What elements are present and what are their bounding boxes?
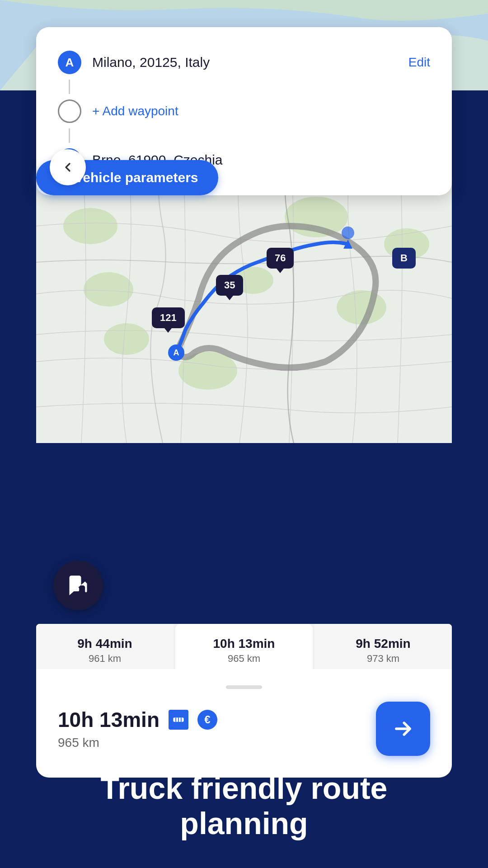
drag-handle bbox=[226, 685, 262, 689]
map-badge-76: 76 bbox=[267, 248, 294, 269]
time-row: 10h 13min € bbox=[58, 708, 217, 732]
route-option-2-dist: 965 km bbox=[184, 653, 304, 665]
svg-text:A: A bbox=[174, 348, 179, 357]
waypoint-icon bbox=[58, 99, 81, 123]
route-option-1-time: 9h 44min bbox=[45, 637, 164, 651]
route-options: 9h 44min 961 km 10h 13min 965 km 9h 52mi… bbox=[36, 624, 452, 674]
point-a-icon: A bbox=[58, 51, 81, 74]
svg-rect-14 bbox=[71, 587, 79, 591]
route-option-3-dist: 973 km bbox=[324, 653, 443, 665]
bottom-card: 10h 13min € 965 km bbox=[36, 669, 452, 778]
go-button[interactable] bbox=[376, 702, 430, 756]
back-button[interactable] bbox=[50, 149, 86, 185]
point-b-badge: B bbox=[392, 248, 416, 269]
route-option-2[interactable]: 10h 13min 965 km bbox=[175, 624, 313, 674]
route-option-1-dist: 961 km bbox=[45, 653, 164, 665]
svg-point-9 bbox=[84, 272, 133, 307]
tagline: Truck friendly route planning bbox=[0, 770, 488, 841]
svg-point-2 bbox=[63, 208, 117, 244]
route-option-3-time: 9h 52min bbox=[324, 637, 443, 651]
bottom-card-main: 10h 13min € 965 km bbox=[58, 702, 430, 756]
svg-point-13 bbox=[342, 226, 354, 239]
map-badge-121: 121 bbox=[152, 307, 185, 328]
edit-button[interactable]: Edit bbox=[408, 55, 430, 70]
tagline-line2: planning bbox=[180, 806, 308, 840]
fuel-station-button[interactable] bbox=[53, 561, 103, 610]
route-option-2-time: 10h 13min bbox=[184, 637, 304, 651]
euro-icon: € bbox=[197, 710, 217, 730]
svg-point-3 bbox=[104, 323, 149, 355]
route-summary: 10h 13min € 965 km bbox=[58, 708, 217, 750]
main-time: 10h 13min bbox=[58, 708, 160, 732]
toll-icon bbox=[169, 710, 188, 730]
map-badge-35: 35 bbox=[216, 275, 243, 296]
route-divider-2 bbox=[69, 128, 70, 143]
route-point-a: A Milano, 20125, Italy Edit bbox=[58, 45, 430, 80]
main-distance: 965 km bbox=[58, 736, 217, 750]
phone-container: A Milano, 20125, Italy Edit + Add waypoi… bbox=[0, 0, 488, 868]
add-waypoint-text: + Add waypoint bbox=[92, 104, 430, 118]
route-option-3[interactable]: 9h 52min 973 km bbox=[314, 624, 452, 674]
vehicle-params-label: Vehicle parameters bbox=[75, 170, 198, 185]
add-waypoint-row[interactable]: + Add waypoint bbox=[58, 94, 430, 128]
point-a-address: Milano, 20125, Italy bbox=[92, 55, 398, 70]
route-option-1[interactable]: 9h 44min 961 km bbox=[36, 624, 174, 674]
route-divider bbox=[69, 80, 70, 94]
